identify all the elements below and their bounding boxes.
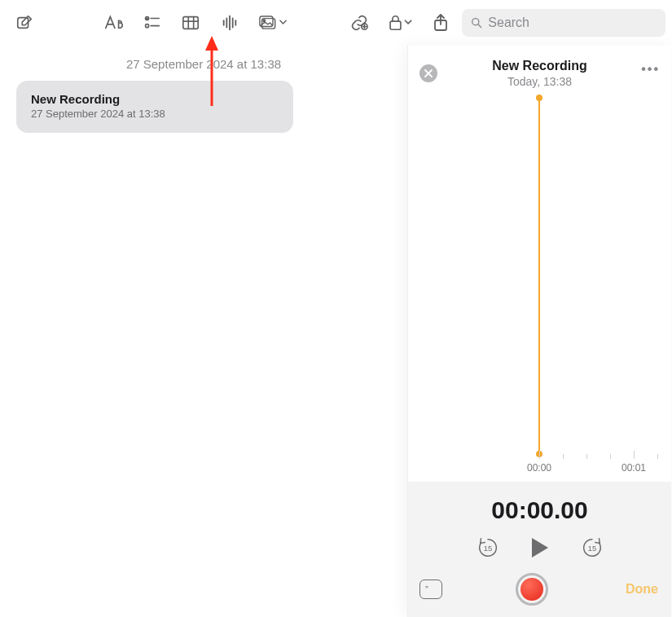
bottom-row: ” Done: [419, 573, 660, 606]
lock-button[interactable]: [380, 8, 420, 37]
svg-point-3: [146, 24, 149, 28]
done-button[interactable]: Done: [621, 579, 660, 600]
transcript-button[interactable]: ”: [419, 580, 442, 599]
play-button[interactable]: [529, 536, 551, 559]
tick-label-0: 00:00: [527, 462, 551, 474]
search-icon: [470, 15, 483, 30]
waveform-area[interactable]: 00:00 00:01: [408, 95, 671, 482]
record-button[interactable]: [516, 573, 548, 606]
media-button[interactable]: [250, 8, 295, 37]
search-field[interactable]: [462, 9, 665, 37]
recording-subtitle: Today, 13:38: [419, 75, 660, 88]
recording-title: New Recording: [419, 59, 660, 73]
tick-label-1: 00:01: [621, 462, 646, 474]
checklist-button[interactable]: [134, 8, 169, 37]
svg-rect-5: [183, 17, 198, 29]
playhead[interactable]: [538, 98, 540, 454]
note-card-subtitle: 27 September 2024 at 13:38: [31, 108, 279, 120]
svg-text:15: 15: [483, 544, 491, 553]
svg-text:”: ”: [425, 585, 428, 593]
search-input[interactable]: [488, 15, 657, 30]
transport-controls: 15 15: [419, 535, 660, 560]
content: 27 September 2024 at 13:38 New Recording…: [0, 46, 672, 617]
link-button[interactable]: [341, 8, 376, 37]
elapsed-time: 00:00.00: [419, 496, 660, 524]
skip-forward-button[interactable]: 15: [580, 535, 604, 560]
recording-header: New Recording Today, 13:38 •••: [408, 46, 671, 95]
share-button[interactable]: [424, 8, 459, 37]
svg-line-23: [478, 24, 481, 28]
skip-back-icon: 15: [476, 535, 500, 560]
audio-button[interactable]: [212, 8, 247, 37]
more-button[interactable]: •••: [641, 62, 660, 77]
text-format-button[interactable]: [96, 8, 131, 37]
note-attachment-card[interactable]: New Recording 27 September 2024 at 13:38: [16, 81, 293, 133]
quote-icon: ”: [425, 585, 437, 593]
note-card-title: New Recording: [31, 92, 279, 106]
controls-area: 00:00.00 15 15: [408, 482, 671, 617]
time-ruler: 00:00 00:01: [408, 454, 671, 474]
notes-column: 27 September 2024 at 13:38 New Recording…: [0, 46, 407, 617]
skip-forward-icon: 15: [580, 535, 604, 560]
svg-marker-29: [532, 538, 548, 558]
skip-back-button[interactable]: 15: [476, 535, 500, 560]
svg-point-16: [263, 20, 266, 22]
record-icon: [520, 578, 543, 601]
toolbar: [0, 0, 672, 46]
play-icon: [529, 536, 551, 559]
svg-text:15: 15: [587, 544, 595, 553]
recording-panel: New Recording Today, 13:38 ••• 00:00 00:…: [407, 46, 671, 617]
compose-button[interactable]: [7, 8, 42, 37]
svg-rect-20: [390, 21, 401, 29]
note-date-header: 27 September 2024 at 13:38: [11, 57, 396, 71]
table-button[interactable]: [173, 8, 209, 37]
